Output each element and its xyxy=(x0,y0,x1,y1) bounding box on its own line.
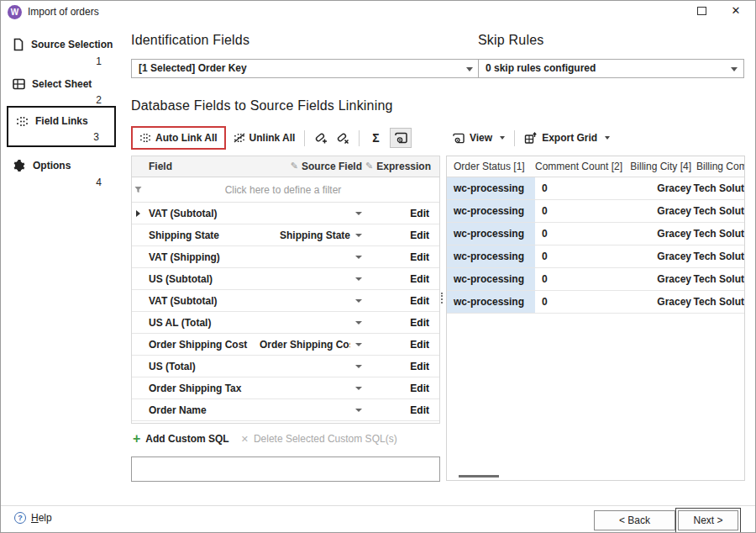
source-field-dropdown[interactable]: Shipping State xyxy=(260,230,362,241)
filter-row[interactable]: Click here to define a filter xyxy=(132,177,439,203)
filter-funnel-icon xyxy=(134,186,142,193)
edit-link[interactable]: Edit xyxy=(362,339,439,351)
sidebar-item-options[interactable]: Options 4 xyxy=(13,159,117,188)
skip-rules-heading: Skip Rules xyxy=(478,33,543,48)
toolbar-separator xyxy=(359,130,360,146)
preview-row[interactable]: wc-processing 0 Gracey Omni Tech Solut xyxy=(447,200,744,223)
add-custom-sql-button[interactable]: + Add Custom SQL xyxy=(133,431,229,446)
chevron-down-icon xyxy=(355,321,362,325)
app-logo-icon: W xyxy=(8,5,22,19)
dots-grid-slash-icon xyxy=(234,133,245,143)
source-field-dropdown[interactable] xyxy=(260,321,362,325)
view-label: View xyxy=(470,132,492,144)
source-field-dropdown[interactable] xyxy=(260,277,362,281)
field-grid-header: Field ✎ Source Field ✎ Expression xyxy=(132,156,439,177)
expression-sigma-button[interactable]: Σ xyxy=(365,128,386,148)
step-label: Select Sheet xyxy=(32,78,92,90)
field-row[interactable]: Shipping State Shipping State Edit xyxy=(132,224,439,246)
preview-row[interactable]: wc-processing 0 Gracey Omni Tech Solut xyxy=(447,245,744,268)
edit-link[interactable]: Edit xyxy=(362,251,439,263)
panel-splitter-handle[interactable] xyxy=(441,293,443,303)
field-row[interactable]: VAT (Shipping) Edit xyxy=(132,246,439,268)
skip-rules-select[interactable]: 0 skip rules configured xyxy=(478,59,744,78)
chevron-down-icon xyxy=(355,343,362,346)
source-field-dropdown[interactable] xyxy=(260,299,362,303)
horizontal-scrollbar-thumb[interactable] xyxy=(459,475,499,478)
titlebar: W Import of orders ✕ xyxy=(1,1,755,23)
link-toolbar: Auto Link All Unlink All Σ xyxy=(131,125,412,150)
column-header-billing-company[interactable]: Billing Company xyxy=(691,161,744,172)
delete-custom-sql-button[interactable]: ✕ Delete Selected Custom SQL(s) xyxy=(241,433,397,445)
identification-select[interactable]: [1 Selected] Order Key xyxy=(131,59,480,78)
step-number: 2 xyxy=(13,94,117,106)
field-row[interactable]: VAT (Subtotal) Edit xyxy=(132,203,439,224)
column-header-expression[interactable]: ✎ Expression xyxy=(362,161,439,172)
column-header-comment-count[interactable]: Comment Count [2] xyxy=(535,161,627,172)
field-row[interactable]: Order Shipping Tax Edit xyxy=(132,377,439,399)
chevron-down-icon xyxy=(466,67,473,71)
custom-sql-input[interactable] xyxy=(131,456,440,482)
source-field-dropdown[interactable] xyxy=(260,409,362,412)
pencil-icon: ✎ xyxy=(365,161,373,172)
preview-toggle-button[interactable] xyxy=(390,128,412,148)
field-row[interactable]: Order Name Edit xyxy=(132,399,439,421)
column-header-order-status[interactable]: Order Status [1] xyxy=(447,161,535,172)
source-field-dropdown[interactable]: Order Shipping Cost xyxy=(260,339,362,351)
sidebar-item-select-sheet[interactable]: Select Sheet 2 xyxy=(13,78,117,106)
auto-link-all-button[interactable]: Auto Link All xyxy=(135,129,222,147)
add-link-button[interactable] xyxy=(310,128,332,148)
edit-link[interactable]: Edit xyxy=(362,361,439,372)
link-cross-icon xyxy=(336,132,349,145)
column-header-source-field[interactable]: ✎ Source Field xyxy=(236,161,362,172)
column-header-billing-city[interactable]: Billing City [4] xyxy=(627,161,691,172)
linking-heading: Database Fields to Source Fields Linkini… xyxy=(131,98,393,113)
back-button[interactable]: < Back xyxy=(594,510,675,530)
edit-link[interactable]: Edit xyxy=(362,208,439,219)
auto-link-all-label: Auto Link All xyxy=(155,132,218,144)
source-field-dropdown[interactable] xyxy=(260,387,362,390)
field-row[interactable]: US (Total) Edit xyxy=(132,356,439,377)
pencil-icon: ✎ xyxy=(291,161,298,172)
maximize-button[interactable] xyxy=(697,7,706,15)
field-row[interactable]: US (Subtotal) Edit xyxy=(132,268,439,290)
next-button[interactable]: Next > xyxy=(678,510,738,530)
chevron-down-icon xyxy=(355,299,362,303)
help-icon: ? xyxy=(14,512,26,524)
view-dropdown-button[interactable]: View xyxy=(448,129,509,147)
export-grid-button[interactable]: Export Grid xyxy=(520,129,614,148)
export-grid-icon xyxy=(524,132,538,145)
remove-link-button[interactable] xyxy=(332,128,354,148)
skip-rules-select-value: 0 skip rules configured xyxy=(486,62,596,74)
edit-link[interactable]: Edit xyxy=(362,317,439,329)
preview-row[interactable]: wc-processing 0 Gracey Omni Tech Solut xyxy=(447,177,744,200)
sidebar-item-field-links[interactable]: Field Links 3 xyxy=(7,106,116,147)
field-row[interactable]: US AL (Total) Edit xyxy=(132,312,439,334)
chevron-down-icon xyxy=(731,67,738,71)
edit-link[interactable]: Edit xyxy=(362,404,439,416)
unlink-all-button[interactable]: Unlink All xyxy=(229,129,300,147)
filter-placeholder: Click here to define a filter xyxy=(144,184,439,196)
source-field-dropdown[interactable] xyxy=(260,365,362,368)
field-row[interactable]: VAT (Subtotal) Edit xyxy=(132,290,439,312)
edit-link[interactable]: Edit xyxy=(362,295,439,307)
step-number: 1 xyxy=(13,55,117,67)
step-label: Source Selection xyxy=(31,39,113,50)
field-row[interactable]: Order Shipping Cost Order Shipping Cost … xyxy=(132,334,439,356)
source-field-dropdown[interactable] xyxy=(260,212,362,215)
preview-row[interactable]: wc-processing 0 Gracey Omni Tech Solut xyxy=(447,268,744,291)
chevron-down-icon xyxy=(500,136,505,140)
help-link[interactable]: ? Help xyxy=(14,512,52,524)
column-header-field[interactable]: Field xyxy=(144,161,236,172)
sidebar-item-source-selection[interactable]: Source Selection 1 xyxy=(13,38,117,67)
edit-link[interactable]: Edit xyxy=(362,230,439,241)
plus-icon: + xyxy=(133,431,140,446)
source-field-dropdown[interactable] xyxy=(260,256,362,259)
edit-link[interactable]: Edit xyxy=(362,273,439,285)
window-title: Import of orders xyxy=(28,6,99,18)
unlink-all-label: Unlink All xyxy=(249,132,296,144)
preview-row[interactable]: wc-processing 0 Gracey Omni Tech Solut xyxy=(447,291,744,314)
link-plus-icon xyxy=(314,132,328,145)
edit-link[interactable]: Edit xyxy=(362,383,439,394)
close-button[interactable]: ✕ xyxy=(728,4,743,17)
preview-row[interactable]: wc-processing 0 Gracey Omni Tech Solut xyxy=(447,223,744,245)
